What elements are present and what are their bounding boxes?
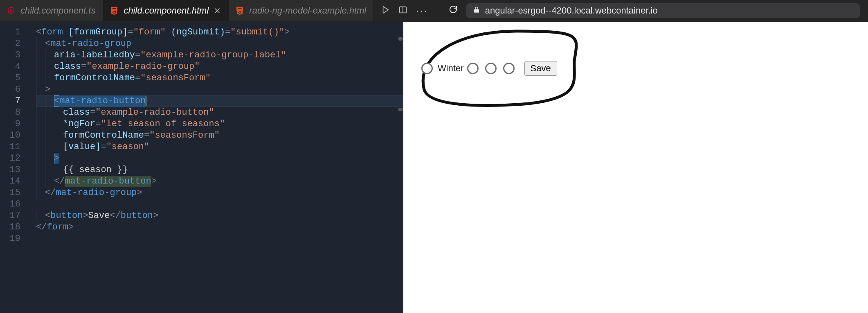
code-editor[interactable]: 123456 7 8910111213141516171819 <form [f… — [0, 22, 403, 313]
more-actions-icon[interactable]: ··· — [416, 5, 427, 16]
radio-option-4[interactable] — [503, 63, 515, 74]
tab-label: radio-ng-model-example.html — [249, 5, 366, 16]
split-editor-icon[interactable] — [398, 5, 407, 16]
reload-icon[interactable] — [448, 5, 458, 17]
editor-scrollbar[interactable] — [398, 22, 403, 313]
tab-label: child.component.html — [124, 5, 209, 16]
radio-option-1[interactable] — [421, 63, 433, 74]
url-text: angular-esrgod--4200.local.webcontainer.… — [485, 5, 658, 16]
angular-file-icon — [7, 6, 16, 15]
top-bar: child.component.ts child.component.html … — [0, 0, 868, 22]
tab-actions: ··· — [374, 0, 435, 21]
run-icon[interactable] — [381, 5, 390, 16]
preview-browser-bar: angular-esrgod--4200.local.webcontainer.… — [435, 0, 868, 21]
tab-child-component-ts[interactable]: child.component.ts — [0, 0, 103, 21]
tab-radio-ng-model-example-html[interactable]: radio-ng-model-example.html — [229, 0, 374, 21]
editor-tabs: child.component.ts child.component.html … — [0, 0, 374, 21]
save-button[interactable]: Save — [524, 61, 557, 76]
preview-form: Winter Save — [421, 61, 557, 76]
url-box[interactable]: angular-esrgod--4200.local.webcontainer.… — [466, 3, 860, 18]
app-root: child.component.ts child.component.html … — [0, 0, 868, 313]
radio-option-2[interactable] — [467, 63, 479, 74]
code-content: <form [formGroup]="form" (ngSubmit)="sub… — [36, 27, 403, 245]
line-gutter: 123456 7 8910111213141516171819 — [0, 22, 28, 313]
tab-child-component-html[interactable]: child.component.html — [103, 0, 229, 21]
preview-pane: Winter Save — [403, 22, 868, 313]
tab-label: child.component.ts — [20, 5, 95, 16]
current-line: <mat-radio-button — [36, 95, 403, 107]
close-icon[interactable] — [214, 7, 221, 14]
text-cursor — [146, 96, 146, 106]
radio-label-1: Winter — [438, 63, 464, 74]
main-split: 123456 7 8910111213141516171819 <form [f… — [0, 22, 868, 313]
radio-option-3[interactable] — [485, 63, 497, 74]
html-file-icon — [110, 6, 119, 15]
lock-icon — [473, 5, 480, 16]
html-file-icon — [235, 6, 244, 15]
